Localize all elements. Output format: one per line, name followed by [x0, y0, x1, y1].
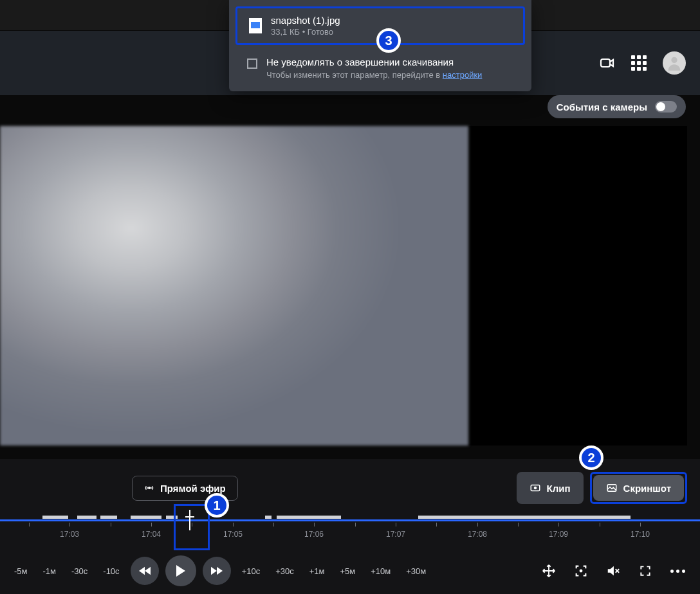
skip-fwd-30m[interactable]: +30м: [400, 562, 432, 580]
skip-fwd-10s[interactable]: +10с: [235, 562, 267, 580]
tick-label: 17:09: [549, 530, 568, 539]
mute-icon[interactable]: [605, 562, 622, 579]
timeline-cursor[interactable]: [189, 510, 190, 530]
download-notification-row: Не уведомлять о завершении скачивания Чт…: [229, 49, 531, 85]
playback-row: -5м -1м -30с -10с +10с +30с +1м +5м +10м…: [0, 550, 700, 591]
focus-icon[interactable]: [573, 562, 589, 579]
settings-link[interactable]: настройки: [443, 70, 483, 80]
fullscreen-icon[interactable]: [637, 562, 654, 579]
skip-back-30s[interactable]: -30с: [65, 562, 94, 580]
video-side-view[interactable]: [468, 126, 687, 446]
svg-point-1: [671, 57, 677, 63]
screenshot-button[interactable]: Скриншот: [593, 475, 684, 501]
apps-grid-icon[interactable]: [631, 55, 647, 71]
timeline-progress: [0, 519, 700, 521]
skip-fwd-10m[interactable]: +10м: [364, 562, 397, 580]
skip-back-1m[interactable]: -1м: [37, 562, 63, 580]
video-controls: Прямой эфир Клип Скриншот: [0, 459, 700, 594]
timeline-segments: [0, 516, 700, 519]
rewind-button[interactable]: [131, 557, 159, 585]
skip-back-5m[interactable]: -5м: [8, 562, 34, 580]
camera-icon[interactable]: [600, 55, 615, 71]
tick-label: 17:10: [631, 530, 650, 539]
fastforward-button[interactable]: [203, 557, 231, 585]
more-icon[interactable]: [669, 562, 686, 579]
tick-label: 17:06: [304, 530, 324, 539]
tick-label: 17:07: [386, 530, 405, 539]
notify-subtitle: Чтобы изменить этот параметр, перейдите …: [266, 70, 513, 80]
svg-rect-0: [601, 59, 610, 67]
annotation-badge-1: 1: [205, 493, 229, 518]
annotation-badge-3: 3: [376, 28, 401, 53]
skip-fwd-30s[interactable]: +30с: [269, 562, 300, 580]
skip-back-10s[interactable]: -10с: [97, 562, 125, 580]
play-button[interactable]: [165, 555, 196, 586]
timeline[interactable]: 17:03 17:04 17:05 17:06 17:07 17:08 17:0…: [0, 512, 700, 550]
svg-point-6: [580, 570, 582, 572]
annotation-badge-2: 2: [579, 446, 603, 470]
tick-label: 17:05: [223, 530, 243, 539]
timeline-ticks: 17:03 17:04 17:05 17:06 17:07 17:08 17:0…: [0, 528, 700, 547]
toggle-switch[interactable]: [655, 101, 677, 113]
timeline-cursor-highlight: [174, 504, 210, 550]
tick-label: 17:04: [142, 530, 161, 539]
svg-point-2: [149, 487, 151, 489]
video-area: [0, 126, 687, 446]
svg-point-4: [534, 487, 536, 489]
avatar[interactable]: [663, 51, 686, 75]
file-icon: [249, 18, 262, 33]
tick-label: 17:03: [60, 530, 79, 539]
download-filename: snapshot (1).jpg: [271, 15, 511, 26]
move-icon[interactable]: [540, 562, 557, 579]
skip-fwd-5m[interactable]: +5м: [333, 562, 362, 580]
events-label: События с камеры: [557, 102, 647, 113]
notify-title: Не уведомлять о завершении скачивания: [266, 57, 513, 68]
tick-label: 17:08: [468, 530, 487, 539]
video-main-view[interactable]: [0, 126, 468, 446]
camera-events-toggle[interactable]: События с камеры: [548, 95, 686, 118]
skip-fwd-1m[interactable]: +1м: [303, 562, 331, 580]
clip-button[interactable]: Клип: [517, 472, 584, 504]
notify-checkbox[interactable]: [247, 59, 257, 69]
